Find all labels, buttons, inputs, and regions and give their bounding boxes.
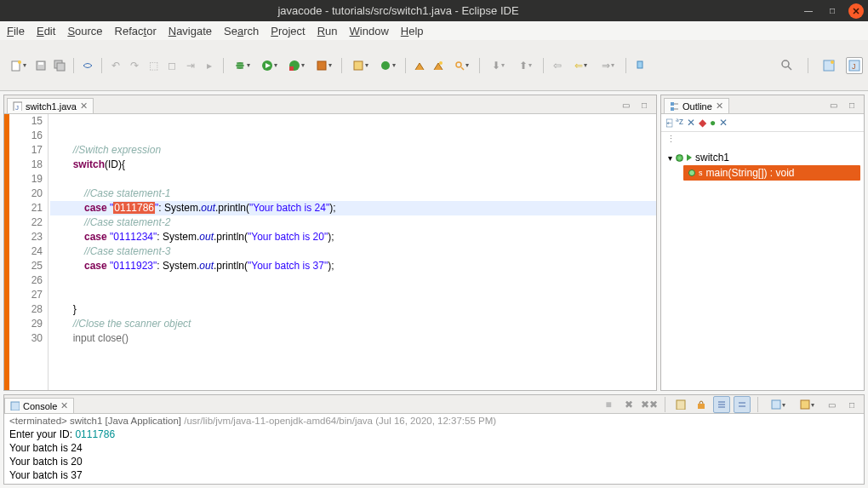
search-button[interactable]: ▾ bbox=[448, 57, 474, 74]
next-annotation-button[interactable]: ⬇▾ bbox=[485, 57, 511, 74]
outline-title: Outline bbox=[682, 101, 712, 112]
class-name: switch1 bbox=[695, 152, 729, 164]
svg-rect-29 bbox=[801, 400, 809, 409]
skip-button[interactable]: ⇥ bbox=[182, 57, 199, 74]
svg-rect-28 bbox=[772, 400, 780, 409]
remove-launch-button[interactable]: ✖ bbox=[620, 396, 637, 413]
console-min-icon[interactable]: ▭ bbox=[823, 396, 840, 413]
console-output[interactable]: Enter your ID: 0111786Your batch is 24Yo… bbox=[4, 426, 864, 484]
console-tabs: Console ✕ ■ ✖ ✖✖ ▾ ▾ ▭ □ bbox=[4, 395, 864, 414]
terminate-button[interactable]: ■ bbox=[600, 396, 617, 413]
java-file-icon: J bbox=[13, 101, 22, 111]
stop-button[interactable]: ◻ bbox=[163, 57, 180, 74]
forward-button[interactable]: ⇒▾ bbox=[595, 57, 620, 74]
menu-help[interactable]: Help bbox=[401, 25, 424, 37]
console-tab[interactable]: Console ✕ bbox=[4, 398, 74, 413]
main-toolbar: ▾ ↶ ↷ ⬚ ◻ ⇥ ▸ ▾ ▾ ▾ ▾ ▾ ▾ ▾ ⬇▾ ⬆▾ ⇦ ⇐▾ ⇒… bbox=[0, 40, 868, 91]
save-all-button[interactable] bbox=[51, 57, 68, 74]
svg-rect-23 bbox=[671, 102, 674, 106]
svg-text:J: J bbox=[15, 104, 19, 111]
close-button[interactable] bbox=[848, 3, 864, 19]
link-editor-button[interactable] bbox=[79, 57, 96, 74]
menu-navigate[interactable]: Navigate bbox=[168, 25, 212, 37]
svg-point-14 bbox=[456, 62, 461, 67]
console-launch-label: <terminated> switch1 [Java Application] … bbox=[4, 414, 864, 426]
hide-local-icon[interactable]: ✕ bbox=[719, 117, 728, 129]
tree-class[interactable]: ▾ switch1 bbox=[668, 152, 860, 164]
outline-max-icon[interactable]: □ bbox=[843, 96, 860, 113]
new-class-button[interactable]: ▾ bbox=[374, 57, 400, 74]
run-last-button[interactable]: ▾ bbox=[311, 57, 336, 74]
resume-button[interactable]: ▸ bbox=[201, 57, 218, 74]
back-button[interactable]: ⇐▾ bbox=[568, 57, 593, 74]
content-area: J switch1.java ✕ ▭ □ 1516171819202122232… bbox=[0, 91, 868, 394]
show-console-button[interactable] bbox=[734, 396, 751, 413]
outline-tree[interactable]: ▾ switch1 s main(String[]) : void bbox=[661, 146, 864, 390]
scroll-lock-button[interactable] bbox=[693, 396, 710, 413]
new-java-button[interactable]: ▾ bbox=[347, 57, 373, 74]
editor-tab-switch1[interactable]: J switch1.java ✕ bbox=[7, 98, 94, 113]
quick-access-icon[interactable] bbox=[779, 57, 796, 74]
remove-all-button[interactable]: ✖✖ bbox=[641, 396, 658, 413]
svg-rect-10 bbox=[317, 61, 326, 70]
pin-button[interactable] bbox=[631, 57, 648, 74]
tab-label: switch1.java bbox=[26, 101, 77, 112]
code-editor[interactable]: 15161718192021222324252627282930 //Switc… bbox=[4, 114, 656, 390]
expand-icon[interactable]: ▾ bbox=[668, 153, 672, 163]
menu-file[interactable]: File bbox=[7, 25, 25, 37]
run-button[interactable]: ▾ bbox=[256, 57, 282, 74]
open-perspective-button[interactable] bbox=[820, 57, 837, 74]
undo-button[interactable]: ↶ bbox=[107, 57, 124, 74]
menu-window[interactable]: Window bbox=[350, 25, 389, 37]
open-console-button[interactable]: ▾ bbox=[794, 396, 819, 413]
svg-point-12 bbox=[381, 61, 390, 70]
java-perspective-button[interactable]: J bbox=[846, 57, 863, 74]
menu-refactor[interactable]: Refactor bbox=[115, 25, 157, 37]
word-wrap-button[interactable] bbox=[713, 396, 730, 413]
console-title: Console bbox=[23, 401, 57, 411]
open-task-button[interactable] bbox=[430, 57, 447, 74]
title-bar: javacode - tutorials/src/switch1.java - … bbox=[0, 0, 868, 21]
close-tab-icon[interactable]: ✕ bbox=[80, 100, 88, 112]
open-type-button[interactable] bbox=[411, 57, 428, 74]
hide-static-icon[interactable]: ◆ bbox=[699, 117, 706, 129]
minimize-pane-icon[interactable]: ▭ bbox=[617, 96, 634, 113]
hide-nonpublic-icon[interactable]: ● bbox=[710, 117, 716, 129]
outline-toolbar: ⍇ ᵃz ✕ ◆ ● ✕ bbox=[661, 114, 864, 132]
coverage-button[interactable]: ▾ bbox=[283, 57, 309, 74]
svg-point-16 bbox=[782, 60, 789, 67]
debug-button[interactable]: ▾ bbox=[229, 57, 254, 74]
display-selected-button[interactable]: ▾ bbox=[765, 396, 791, 413]
static-badge: s bbox=[699, 169, 703, 177]
minimize-button[interactable]: — bbox=[801, 3, 816, 19]
menu-search[interactable]: Search bbox=[224, 25, 259, 37]
maximize-button[interactable]: □ bbox=[825, 3, 840, 19]
clear-console-button[interactable] bbox=[672, 396, 689, 413]
tree-method-selected[interactable]: s main(String[]) : void bbox=[683, 165, 860, 181]
menu-edit[interactable]: Edit bbox=[37, 25, 55, 37]
save-button[interactable] bbox=[32, 57, 49, 74]
svg-rect-25 bbox=[11, 402, 20, 410]
menu-project[interactable]: Project bbox=[271, 25, 305, 37]
class-icon bbox=[676, 154, 683, 162]
menu-run[interactable]: Run bbox=[317, 25, 338, 37]
close-outline-icon[interactable]: ✕ bbox=[716, 100, 723, 112]
last-edit-button[interactable]: ⇦ bbox=[549, 57, 566, 74]
outline-tab[interactable]: Outline ✕ bbox=[664, 98, 729, 113]
focus-icon[interactable]: ⍇ bbox=[666, 117, 672, 129]
outline-min-icon[interactable]: ▭ bbox=[825, 96, 842, 113]
outline-icon bbox=[670, 101, 679, 111]
menu-source[interactable]: Source bbox=[67, 25, 102, 37]
hide-fields-icon[interactable]: ✕ bbox=[687, 117, 695, 129]
sort-icon[interactable]: ᵃz bbox=[676, 117, 683, 129]
outline-tabs: Outline ✕ ▭ □ bbox=[661, 95, 864, 114]
redo-button[interactable]: ↷ bbox=[126, 57, 143, 74]
view-menu-icon[interactable]: ⋮ bbox=[661, 132, 864, 146]
console-max-icon[interactable]: □ bbox=[843, 396, 860, 413]
build-button[interactable]: ⬚ bbox=[145, 57, 162, 74]
close-console-icon[interactable]: ✕ bbox=[60, 400, 68, 411]
prev-annotation-button[interactable]: ⬆▾ bbox=[512, 57, 538, 74]
svg-rect-27 bbox=[698, 404, 705, 409]
maximize-pane-icon[interactable]: □ bbox=[636, 96, 653, 113]
new-button[interactable]: ▾ bbox=[5, 57, 31, 74]
